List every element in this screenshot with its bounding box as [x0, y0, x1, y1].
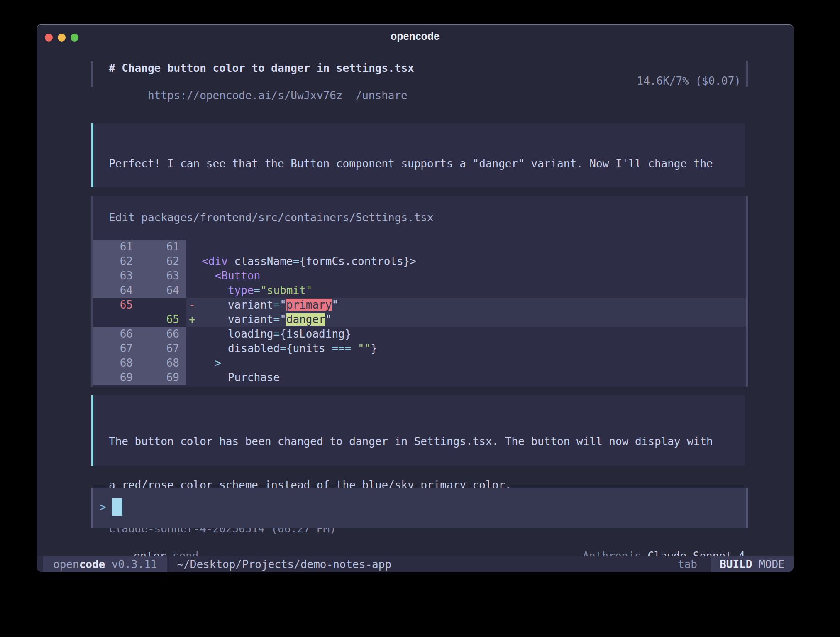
tab-keybind-hint[interactable]: tab: [678, 557, 697, 572]
line-number-gutter: 6969: [93, 370, 186, 385]
code-token: [195, 313, 228, 326]
line-number-new: 69: [133, 370, 179, 385]
code-line: >: [186, 356, 746, 370]
diff-row: 6464 type="submit": [93, 283, 746, 298]
code-token: [189, 342, 228, 355]
code-token: =: [273, 328, 280, 340]
line-number-old: 64: [93, 283, 133, 298]
code-token: [195, 299, 228, 311]
code-token: disabled: [228, 342, 280, 355]
code-token: [189, 284, 228, 296]
code-token: <div: [202, 255, 228, 267]
code-token: =: [254, 284, 261, 296]
code-token: "submit": [260, 284, 312, 296]
line-number-gutter: 6666: [93, 327, 186, 341]
prompt-input[interactable]: >: [91, 488, 748, 528]
hint-row: enter send Anthropic Claude Sonnet 4: [37, 534, 794, 549]
code-token: ": [325, 313, 332, 326]
line-number-new: 68: [133, 356, 179, 370]
code-token: [189, 328, 228, 340]
diff-row: 65+ variant="danger": [93, 312, 746, 327]
diff-row: 6161: [93, 240, 746, 254]
code-diff: 61616262 <div className={formCs.controls…: [93, 240, 746, 385]
line-number-gutter: 65: [93, 298, 186, 312]
diff-row: 6868 >: [93, 356, 746, 370]
window-title: opencode: [37, 30, 794, 42]
code-token: =: [280, 342, 286, 355]
app-name-open: open: [53, 557, 79, 572]
code-token: {isLoading}: [280, 328, 351, 340]
app-name-code: code: [79, 557, 105, 572]
code-line: Purchase: [186, 370, 746, 385]
line-number-gutter: 6161: [93, 240, 186, 254]
message-text-line: Perfect! I can see that the Button compo…: [109, 157, 737, 171]
session-subtitle: https://opencode.ai/s/UwJxv76z/unshare: [109, 74, 408, 118]
session-title: # Change button color to danger in setti…: [109, 61, 414, 76]
code-token: -: [189, 299, 195, 311]
mode-label-bold: BUILD: [720, 557, 752, 572]
code-line: [186, 240, 746, 254]
line-number-new: 62: [133, 254, 179, 269]
code-token: +: [189, 313, 195, 326]
code-token: danger: [286, 313, 325, 326]
text-cursor: [112, 498, 122, 516]
assistant-message: The button color has been changed to dan…: [91, 395, 745, 466]
code-token: [189, 357, 215, 369]
opencode-terminal-window: opencode # Change button color to danger…: [37, 24, 794, 572]
code-token: =: [293, 255, 299, 267]
line-number-new: 64: [133, 283, 179, 298]
line-number-old: 68: [93, 356, 133, 370]
code-line: <Button: [186, 269, 746, 283]
mode-label: MODE: [752, 557, 785, 572]
working-directory: ~/Desktop/Projects/demo-notes-app: [177, 557, 391, 572]
diff-row: 6666 loading={isLoading}: [93, 327, 746, 341]
line-number-new: [133, 298, 179, 312]
code-line: type="submit": [186, 283, 746, 298]
code-line: loading={isLoading}: [186, 327, 746, 341]
code-token: primary: [286, 299, 332, 311]
code-token: ": [280, 313, 286, 326]
code-token: variant: [228, 299, 273, 311]
code-token: ": [280, 299, 286, 311]
assistant-message: Perfect! I can see that the Button compo…: [91, 123, 745, 187]
code-token: [351, 342, 358, 355]
code-line: + variant="danger": [186, 312, 746, 327]
line-number-old: 67: [93, 341, 133, 356]
line-number-old: 69: [93, 370, 133, 385]
diff-row: 6767 disabled={units === ""}: [93, 341, 746, 356]
titlebar: opencode: [37, 24, 794, 49]
line-number-old: 62: [93, 254, 133, 269]
code-token: Purchase: [228, 371, 280, 384]
line-number-gutter: 6363: [93, 269, 186, 283]
line-number-gutter: 6262: [93, 254, 186, 269]
line-number-old: 63: [93, 269, 133, 283]
code-token: {units: [286, 342, 332, 355]
code-token: loading: [228, 328, 273, 340]
code-token: =: [273, 313, 280, 326]
code-token: =: [273, 299, 280, 311]
line-number-old: 61: [93, 240, 133, 254]
line-number-new: 67: [133, 341, 179, 356]
line-number-new: 65: [133, 312, 179, 327]
code-token: type: [228, 284, 254, 296]
edit-file-path: Edit packages/frontend/src/containers/Se…: [93, 196, 746, 240]
prompt-chevron: >: [100, 500, 106, 514]
code-token: [189, 371, 228, 384]
code-token: ===: [332, 342, 351, 355]
code-line: <div className={formCs.controls}>: [186, 254, 746, 269]
share-url-link[interactable]: https://opencode.ai/s/UwJxv76z: [148, 89, 343, 102]
diff-row: 6262 <div className={formCs.controls}>: [93, 254, 746, 269]
message-text-line: The button color has been changed to dan…: [109, 434, 737, 449]
code-token: "": [358, 342, 371, 355]
code-token: }: [371, 342, 377, 355]
session-header: # Change button color to danger in setti…: [91, 61, 748, 87]
unshare-command[interactable]: /unshare: [356, 89, 408, 102]
code-token: [189, 270, 215, 282]
app-version: v0.3.11: [105, 557, 157, 572]
diff-row: 6969 Purchase: [93, 370, 746, 385]
app-version-badge: opencode v0.3.11: [43, 556, 167, 572]
code-token: {formCs.controls}>: [299, 255, 416, 267]
code-token: variant: [228, 313, 273, 326]
code-token: <Button: [215, 270, 261, 282]
code-token: className: [228, 255, 293, 267]
